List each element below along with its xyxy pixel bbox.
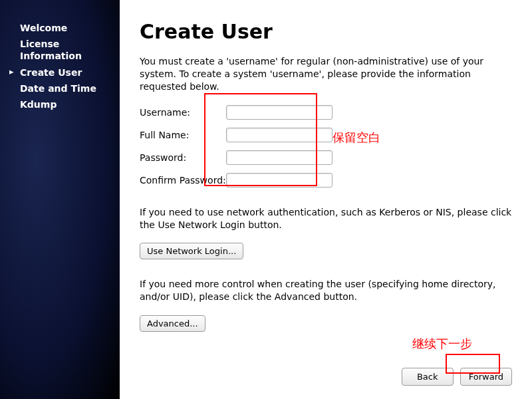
back-button[interactable]: Back (402, 368, 454, 386)
sidebar: Welcome License Information Create User … (0, 0, 120, 399)
main-content: Create User You must create a 'username'… (120, 0, 532, 399)
footer-buttons: Back Forward (140, 368, 512, 386)
page-title: Create User (140, 20, 512, 43)
sidebar-item-label: Create User (20, 66, 82, 78)
intro-text: You must create a 'username' for regular… (140, 55, 512, 93)
use-network-login-button[interactable]: Use Network Login... (140, 243, 243, 259)
advanced-button[interactable]: Advanced... (140, 315, 205, 332)
advanced-button-row: Advanced... (140, 315, 512, 332)
network-help-text: If you need to use network authenticatio… (140, 206, 512, 231)
sidebar-item-label: Date and Time (20, 82, 96, 94)
sidebar-item-create-user[interactable]: Create User (0, 65, 120, 80)
sidebar-item-kdump[interactable]: Kdump (0, 96, 120, 112)
sidebar-item-license[interactable]: License Information (0, 36, 120, 64)
advanced-help-text: If you need more control when creating t… (140, 278, 512, 303)
sidebar-item-label: License Information (20, 38, 113, 62)
forward-button[interactable]: Forward (460, 368, 512, 386)
fullname-label: Full Name: (140, 130, 226, 140)
confirm-password-label: Confirm Password: (140, 175, 226, 186)
confirm-password-input[interactable] (226, 173, 332, 188)
fullname-input[interactable] (226, 128, 332, 142)
sidebar-item-welcome[interactable]: Welcome (0, 20, 120, 36)
sidebar-item-label: Kdump (20, 98, 57, 110)
password-label: Password: (140, 152, 226, 163)
network-button-row: Use Network Login... (140, 243, 512, 259)
password-input[interactable] (226, 150, 332, 165)
username-input[interactable] (226, 105, 332, 120)
sidebar-item-label: Welcome (20, 22, 67, 34)
username-label: Username: (140, 107, 226, 118)
sidebar-item-date-time[interactable]: Date and Time (0, 80, 120, 96)
annotation-continue-next: 继续下一步 (412, 336, 472, 352)
user-form: Username: Full Name: Password: Confirm P… (140, 105, 512, 188)
